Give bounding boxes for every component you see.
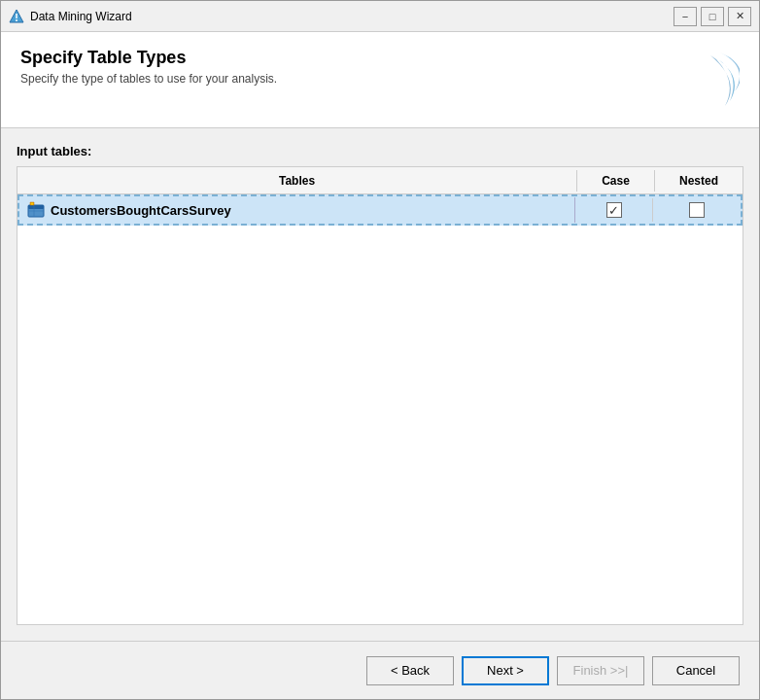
table-row[interactable]: CustomersBoughtCarsSurvey ✓: [17, 194, 743, 226]
table-header-row: Tables Case Nested: [17, 167, 743, 194]
page-title: Specify Table Types: [20, 48, 662, 68]
nested-checkbox[interactable]: [689, 202, 705, 218]
header-logo: [662, 48, 740, 116]
input-tables-label: Input tables:: [17, 144, 743, 158]
back-button[interactable]: < Back: [366, 656, 454, 685]
tables-container: Tables Case Nested: [17, 166, 743, 625]
header-section: Specify Table Types Specify the type of …: [1, 32, 759, 128]
main-window: Data Mining Wizard − □ ✕ Specify Table T…: [0, 0, 760, 700]
maximize-button[interactable]: □: [701, 7, 724, 26]
window-title: Data Mining Wizard: [30, 10, 674, 23]
logo-graphic: [662, 48, 740, 116]
next-button[interactable]: Next >: [462, 656, 549, 685]
header-text: Specify Table Types Specify the type of …: [20, 48, 662, 86]
cell-case[interactable]: ✓: [575, 198, 653, 222]
cell-nested[interactable]: [653, 198, 741, 222]
window-controls: − □ ✕: [674, 7, 751, 26]
table-body-empty: [17, 226, 743, 624]
col-header-nested: Nested: [655, 170, 743, 192]
cell-table-name: CustomersBoughtCarsSurvey: [19, 197, 575, 223]
col-header-case: Case: [577, 170, 655, 192]
table-name-text: CustomersBoughtCarsSurvey: [51, 203, 231, 218]
app-icon: [9, 9, 24, 24]
page-subtitle: Specify the type of tables to use for yo…: [20, 72, 662, 86]
close-button[interactable]: ✕: [728, 7, 751, 26]
finish-button[interactable]: Finish >>|: [557, 656, 644, 685]
case-checkbox[interactable]: ✓: [606, 202, 622, 218]
col-header-tables: Tables: [17, 170, 577, 192]
minimize-button[interactable]: −: [674, 7, 697, 26]
svg-rect-4: [28, 205, 44, 209]
svg-point-2: [16, 19, 17, 21]
footer: < Back Next > Finish >>| Cancel: [1, 641, 759, 699]
table-row-icon: [27, 201, 45, 219]
title-bar: Data Mining Wizard − □ ✕: [1, 1, 759, 32]
cancel-button[interactable]: Cancel: [652, 656, 740, 685]
content-area: Input tables: Tables Case Nested: [1, 128, 759, 641]
